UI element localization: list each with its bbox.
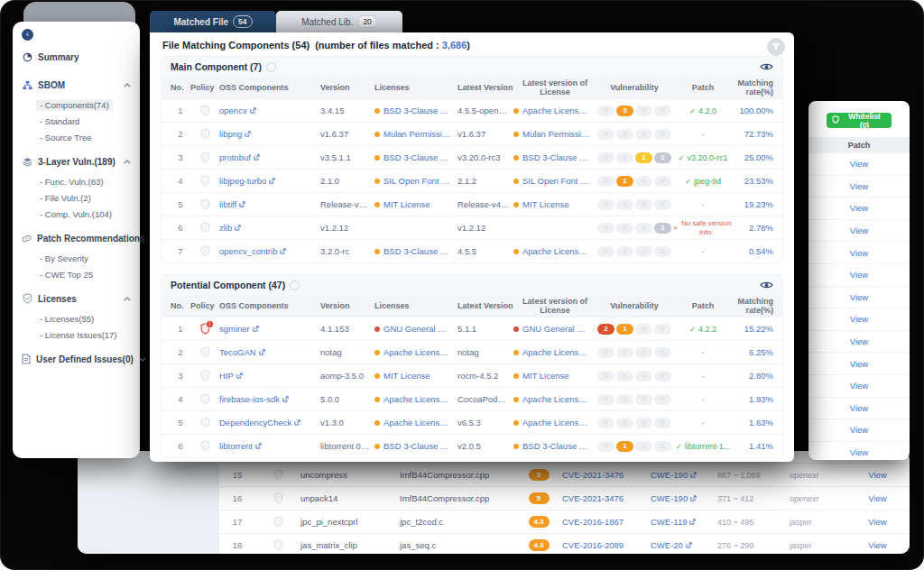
view-link[interactable]: View bbox=[808, 330, 910, 353]
license-link[interactable]: BSD 3-Clause Clear ... bbox=[522, 152, 591, 162]
oss-component-link[interactable]: zlib bbox=[219, 223, 320, 233]
sidebar-item-sbom[interactable]: SBOM bbox=[13, 76, 140, 94]
license-link[interactable]: MIT License bbox=[383, 371, 430, 381]
sidebar-subitem[interactable]: - License Issues(17) bbox=[13, 326, 140, 343]
oss-component-link[interactable]: libtorrent bbox=[219, 441, 320, 451]
table-row: 3HIPaomp-3.5.0MIT Licenserocm-4.5.2MIT L… bbox=[162, 363, 782, 387]
oss-component-link[interactable]: firebase-ios-sdk bbox=[219, 394, 320, 404]
license-link[interactable]: BSD 3-Clause New ... bbox=[383, 441, 452, 451]
view-link[interactable]: View bbox=[808, 286, 910, 308]
filter-icon[interactable] bbox=[767, 38, 785, 56]
oss-component-link[interactable]: opencv_contrib bbox=[219, 246, 320, 256]
license-link[interactable]: MIT License bbox=[383, 199, 430, 209]
license-link[interactable]: BSD 3-Clause Clear ... bbox=[383, 106, 452, 115]
view-link[interactable]: View bbox=[808, 241, 910, 263]
oss-component-link[interactable]: libtiff bbox=[219, 199, 320, 209]
license-link[interactable]: MIT License bbox=[522, 199, 569, 209]
sidebar-item-patch-recommendations[interactable]: Patch Recommendations bbox=[13, 229, 140, 247]
view-link[interactable]: View bbox=[808, 308, 910, 330]
cwe-link[interactable]: CWE-190 bbox=[651, 493, 717, 503]
vuln-badge-critical: 0 bbox=[597, 199, 614, 210]
license-link[interactable]: BSD 3-Clause New ... bbox=[522, 441, 591, 451]
license-link[interactable]: Apache License 2.0 bbox=[522, 246, 591, 256]
sidebar-subitem[interactable]: - Func. Vuln.(83) bbox=[13, 173, 140, 189]
matching-rate-value: 25.00% bbox=[734, 152, 773, 162]
cve-link[interactable]: CVE-2016-2089 bbox=[562, 540, 651, 550]
patch-cell: - bbox=[672, 247, 734, 256]
license-link[interactable]: BSD 3-Clause Clear ... bbox=[383, 152, 452, 162]
collapse-sidebar-button[interactable]: ‹ bbox=[22, 29, 33, 41]
oss-component-link[interactable]: sgminer bbox=[219, 324, 320, 334]
sidebar-subitem[interactable]: - Comp. Vuln.(104) bbox=[13, 206, 140, 222]
sidebar-item-3-layer-vuln-189[interactable]: 3-Layer Vuln.(189) bbox=[13, 152, 140, 170]
cwe-link[interactable]: CWE-119 bbox=[651, 517, 717, 527]
view-link[interactable]: View bbox=[845, 517, 910, 527]
view-link[interactable]: View bbox=[808, 263, 910, 286]
column-header: Latest Version bbox=[457, 83, 513, 92]
patch-cell: ✓4.2.0 bbox=[672, 106, 734, 115]
oss-component-link[interactable]: DependencyCheck bbox=[219, 418, 320, 428]
oss-component-link[interactable]: opencv bbox=[219, 106, 320, 115]
view-link[interactable]: View bbox=[808, 397, 910, 419]
license-link[interactable]: BSD 3-Clause Clear ... bbox=[383, 246, 452, 256]
license-link[interactable]: Mulan Permissive S... bbox=[383, 129, 452, 139]
view-link[interactable]: View bbox=[845, 493, 910, 503]
license-link[interactable]: MIT License bbox=[522, 371, 569, 381]
sidebar-subitem[interactable]: - By Severity bbox=[13, 250, 140, 266]
sidebar-item-summary[interactable]: Summary bbox=[13, 48, 140, 66]
patch-cell: - bbox=[672, 372, 734, 381]
sidebar-subitem[interactable]: - File Vuln.(2) bbox=[13, 189, 140, 206]
license-link[interactable]: Apache License 2.0 bbox=[522, 106, 591, 115]
view-link[interactable]: View bbox=[808, 441, 910, 460]
license-link[interactable]: Apache License 2.0 bbox=[522, 347, 591, 357]
view-link[interactable]: View bbox=[808, 152, 910, 175]
license-link[interactable]: GNU General Publi... bbox=[383, 324, 452, 334]
sidebar-item-licenses[interactable]: Licenses bbox=[13, 290, 140, 308]
view-link[interactable]: View bbox=[845, 540, 910, 550]
sidebar-subitem[interactable]: - CWE Top 25 bbox=[13, 266, 140, 282]
cve-link[interactable]: CVE-2021-3476 bbox=[562, 470, 651, 480]
oss-component-link[interactable]: TecoGAN bbox=[219, 347, 320, 357]
license-link[interactable]: Apache License 2.0 bbox=[522, 394, 591, 404]
view-link[interactable]: View bbox=[808, 175, 910, 198]
license-link[interactable]: Apache License 2.0 bbox=[522, 418, 591, 428]
cwe-link[interactable]: CWE-20 bbox=[651, 540, 717, 550]
view-link[interactable]: View bbox=[808, 374, 910, 397]
tab-matched-file[interactable]: Matched File 54 bbox=[150, 11, 276, 32]
chevron-down-icon[interactable] bbox=[139, 357, 146, 362]
eye-icon[interactable] bbox=[760, 62, 773, 71]
license-link[interactable]: Apache License 2.0 bbox=[383, 394, 452, 404]
sidebar-subitem[interactable]: - Licenses(55) bbox=[13, 310, 140, 326]
license-link[interactable]: Apache License 2.0 bbox=[383, 418, 452, 428]
view-link[interactable]: View bbox=[808, 219, 910, 242]
cwe-link[interactable]: CWE-190 bbox=[651, 470, 717, 480]
cve-link[interactable]: CVE-2016-1867 bbox=[562, 517, 651, 527]
cve-link[interactable]: CVE-2021-3476 bbox=[562, 493, 651, 503]
oss-component-link[interactable]: libpng bbox=[219, 129, 320, 139]
license-link[interactable]: Mulan Permissive S... bbox=[522, 129, 591, 139]
oss-component-link[interactable]: libjpeg-turbo bbox=[219, 176, 320, 186]
chevron-up-icon[interactable] bbox=[124, 83, 131, 87]
eye-icon[interactable] bbox=[760, 280, 773, 290]
sidebar-subitem[interactable]: - Standard bbox=[13, 113, 140, 129]
tab-matched-lib[interactable]: Matched Lib. 20 bbox=[276, 11, 402, 32]
shield-icon bbox=[832, 115, 839, 125]
sidebar-subitem[interactable]: - Components(74) bbox=[13, 97, 140, 113]
sidebar-subitem-label: - Func. Vuln.(83) bbox=[36, 176, 106, 188]
chevron-up-icon[interactable] bbox=[124, 297, 131, 301]
sidebar-subitem[interactable]: - Source Tree bbox=[13, 129, 140, 145]
license-link[interactable]: Apache License 2.0 bbox=[383, 347, 452, 357]
oss-component-link[interactable]: HIP bbox=[219, 371, 320, 381]
license-link[interactable]: SIL Open Font Lice... bbox=[522, 176, 591, 186]
view-link[interactable]: View bbox=[845, 470, 910, 480]
oss-component-link[interactable]: protobuf bbox=[219, 152, 320, 162]
sidebar-item-user-defined-issues-0[interactable]: User Defined Issues(0) bbox=[13, 350, 140, 368]
license-link[interactable]: GNU General Publi... bbox=[522, 324, 591, 334]
row-number: 5 bbox=[171, 199, 190, 209]
view-link[interactable]: View bbox=[808, 418, 910, 441]
view-link[interactable]: View bbox=[808, 352, 910, 374]
chevron-up-icon[interactable] bbox=[124, 160, 131, 164]
whitelist-button[interactable]: Whitelist (0) bbox=[827, 113, 892, 128]
view-link[interactable]: View bbox=[808, 197, 910, 219]
license-link[interactable]: SIL Open Font Lice... bbox=[383, 176, 452, 186]
